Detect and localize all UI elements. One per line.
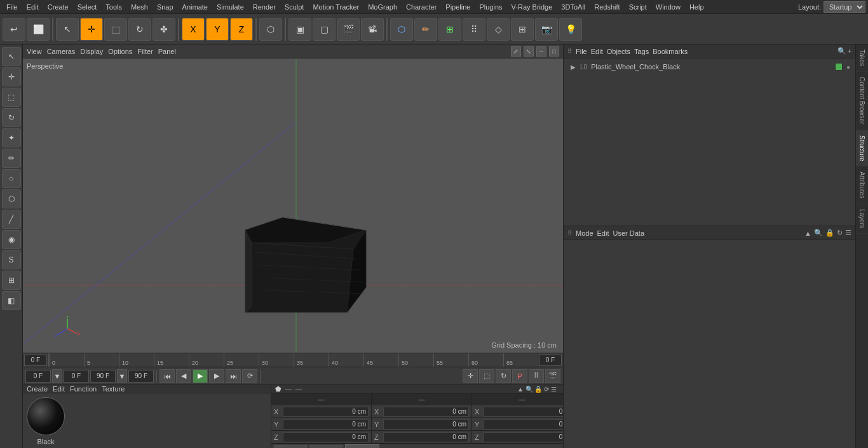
tab-attributes[interactable]: Attributes (856, 166, 868, 204)
coord-y2-input[interactable] (383, 419, 469, 430)
redo-btn[interactable]: ⬜ (27, 18, 50, 41)
tab-layers[interactable]: Layers (856, 204, 868, 234)
vp-ctrl-arrows[interactable]: ⤡ (524, 46, 534, 57)
coord-x3-input[interactable] (484, 407, 569, 417)
z-axis-btn[interactable]: Z (230, 18, 253, 41)
tool-s[interactable]: S (2, 250, 21, 269)
obj-bookmarks-menu[interactable]: Bookmarks (653, 48, 688, 55)
coord-x1-input[interactable] (283, 407, 369, 417)
vp-ctrl-min[interactable]: – (536, 46, 546, 57)
obj-color-swatch[interactable] (835, 63, 843, 71)
obj-edit-menu[interactable]: Edit (591, 48, 603, 55)
timeline-end-field[interactable] (539, 355, 562, 366)
view-cube-btn[interactable]: ⬡ (390, 18, 413, 41)
vp-ctrl-max[interactable]: □ (549, 46, 559, 57)
menu-mesh[interactable]: Mesh (127, 2, 152, 12)
view-pen-btn[interactable]: ✏ (414, 18, 437, 41)
pb-prev-frame[interactable]: ◀ (176, 369, 191, 383)
vp-menu-display[interactable]: Display (80, 48, 103, 55)
vp-menu-options[interactable]: Options (108, 48, 132, 55)
pb-auto[interactable]: ↻ (496, 369, 511, 383)
tool-rotate[interactable]: ↻ (2, 108, 21, 127)
coord-x2-input[interactable] (383, 407, 469, 417)
tool-grid[interactable]: ⊞ (2, 271, 21, 290)
tool-pen[interactable]: ✏ (2, 149, 21, 168)
menu-redshift[interactable]: Redshift (590, 2, 623, 12)
coord-z3-input[interactable] (484, 432, 569, 442)
transform-mode-btn[interactable]: ✤ (153, 18, 175, 41)
move-mode-btn[interactable]: ✛ (80, 18, 103, 41)
apply-button[interactable]: Apply (345, 444, 379, 448)
vp-menu-view[interactable]: View (27, 48, 42, 55)
pb-loop[interactable]: ⟳ (242, 369, 257, 383)
pb-film[interactable]: 🎬 (545, 369, 560, 383)
tool-eraser[interactable]: ◧ (2, 291, 21, 310)
select-mode-btn[interactable]: ↖ (56, 18, 79, 41)
pb-dropdown2[interactable]: ▼ (117, 369, 127, 383)
tab-structure[interactable]: Structure (856, 130, 868, 167)
menu-mograph[interactable]: MoGraph (364, 2, 401, 12)
attr-menu-icon[interactable]: ☰ (845, 229, 851, 237)
viewport[interactable]: Perspective X Y Z Grid Spacing : 10 cm (23, 58, 563, 353)
pb-go-start[interactable]: ⏮ (159, 369, 175, 383)
obj-file-menu[interactable]: File (576, 48, 587, 55)
mat-function-btn[interactable]: Function (70, 385, 97, 393)
layout-dropdown[interactable]: Startup (824, 1, 865, 13)
view-camera-btn[interactable]: 📷 (535, 18, 558, 41)
render-region-btn[interactable]: ▣ (288, 18, 311, 41)
pb-keyframe-add[interactable]: ✛ (463, 369, 478, 383)
pb-dropdown[interactable]: ▼ (52, 369, 62, 383)
tool-drop[interactable]: ◉ (2, 230, 21, 249)
menu-pipeline[interactable]: Pipeline (442, 2, 474, 12)
tool-cursor[interactable]: ↖ (2, 47, 21, 66)
menu-tools[interactable]: Tools (102, 2, 126, 12)
pb-keyframe-nav[interactable]: ⬚ (479, 369, 494, 383)
menu-plugins[interactable]: Plugins (475, 2, 506, 12)
timeline-frame-field[interactable] (24, 355, 47, 366)
view-grid-btn[interactable]: ⊞ (438, 18, 461, 41)
menu-script[interactable]: Script (625, 2, 651, 12)
menu-snap[interactable]: Snap (153, 2, 177, 12)
attr-mode-menu[interactable]: Mode (576, 229, 593, 237)
view-light-btn[interactable]: 💡 (559, 18, 582, 41)
x-axis-btn[interactable]: X (182, 18, 205, 41)
tool-extrude[interactable]: ⬡ (2, 189, 21, 208)
vp-menu-filter[interactable]: Filter (137, 48, 153, 55)
menu-render[interactable]: Render (249, 2, 280, 12)
tool-star[interactable]: ✦ (2, 128, 21, 147)
menu-edit[interactable]: Edit (23, 2, 43, 12)
attr-refresh-icon[interactable]: ↻ (837, 229, 843, 237)
menu-motion-tracker[interactable]: Motion Tracker (309, 2, 363, 12)
menu-vray[interactable]: V-Ray Bridge (508, 2, 557, 12)
coord-y1-input[interactable] (283, 419, 369, 430)
render-video-btn[interactable]: 📽 (361, 18, 384, 41)
attr-mode-btn[interactable]: ⬟ (275, 385, 281, 393)
menu-help[interactable]: Help (686, 2, 708, 12)
menu-character[interactable]: Character (402, 2, 440, 12)
vp-menu-panel[interactable]: Panel (158, 48, 176, 55)
render-active-btn[interactable]: ▢ (313, 18, 336, 41)
pb-next-frame[interactable]: ▶ (209, 369, 224, 383)
attr-lock-icon[interactable]: 🔒 (825, 229, 834, 237)
pb-frame-end2[interactable] (128, 370, 154, 383)
pb-play[interactable]: ▶ (193, 369, 208, 383)
mat-texture-btn[interactable]: Texture (102, 385, 125, 393)
obj-search-icon[interactable]: 🔍 (837, 47, 846, 55)
pb-dots[interactable]: ⠿ (529, 369, 544, 383)
view-checker-btn[interactable]: ⊞ (511, 18, 534, 41)
mat-create-btn[interactable]: Create (27, 385, 48, 393)
pb-frame-start[interactable] (25, 370, 51, 383)
menu-3dtoall[interactable]: 3DToAll (557, 2, 589, 12)
obj-tags-menu[interactable]: Tags (634, 48, 649, 55)
undo-btn[interactable]: ↩ (3, 18, 25, 41)
tab-takes[interactable]: Takes (856, 44, 868, 72)
scale-mode-btn[interactable]: ⬚ (104, 18, 127, 41)
render-all-btn[interactable]: 🎬 (337, 18, 360, 41)
coord-z2-input[interactable] (383, 432, 469, 442)
tool-line[interactable]: ╱ (2, 210, 21, 229)
y-axis-btn[interactable]: Y (206, 18, 229, 41)
mat-edit-btn[interactable]: Edit (53, 385, 65, 393)
obj-objects-menu[interactable]: Objects (607, 48, 630, 55)
obj-add-icon[interactable]: + (848, 47, 851, 55)
menu-create[interactable]: Create (44, 2, 72, 12)
